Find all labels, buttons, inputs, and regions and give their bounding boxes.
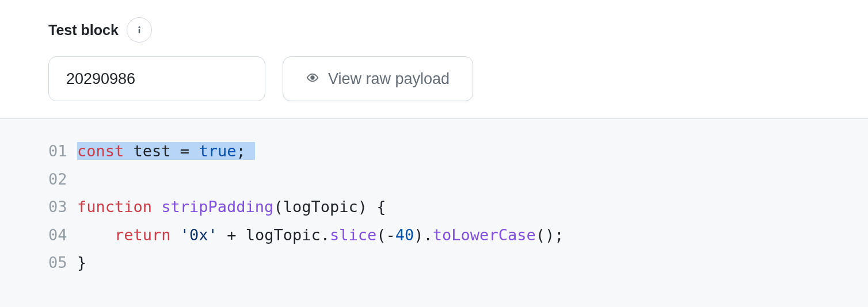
controls-row: View raw payload: [48, 56, 820, 101]
line-number: 02: [48, 166, 77, 194]
code-editor[interactable]: 01const test = true; 0203function stripP…: [0, 118, 868, 307]
code-line[interactable]: 02: [48, 166, 820, 194]
svg-point-0: [138, 26, 140, 28]
block-number-input[interactable]: [48, 56, 265, 101]
header-section: Test block View raw payload: [0, 0, 868, 118]
view-raw-payload-button[interactable]: View raw payload: [283, 56, 473, 101]
info-icon[interactable]: [127, 17, 152, 43]
line-number: 03: [48, 193, 77, 221]
eye-icon: [306, 70, 319, 88]
line-content[interactable]: const test = true;: [77, 137, 820, 166]
code-line[interactable]: 01const test = true;: [48, 137, 820, 166]
line-number: 05: [48, 249, 77, 277]
section-label: Test block: [48, 22, 119, 39]
line-number: 06: [48, 277, 77, 284]
line-content[interactable]: }: [77, 249, 820, 277]
code-line[interactable]: 04 return '0x' + logTopic.slice(-40).toL…: [48, 221, 820, 250]
selection-highlight: const test = true;: [77, 142, 255, 160]
view-raw-label: View raw payload: [328, 70, 450, 88]
line-number: 01: [48, 137, 77, 166]
code-line[interactable]: 06: [48, 277, 820, 284]
svg-rect-1: [139, 29, 140, 33]
line-number: 04: [48, 221, 77, 250]
line-content[interactable]: return '0x' + logTopic.slice(-40).toLowe…: [77, 221, 820, 250]
code-line[interactable]: 03function stripPadding(logTopic) {: [48, 193, 820, 221]
svg-point-2: [311, 76, 314, 79]
line-content[interactable]: function stripPadding(logTopic) {: [77, 193, 820, 221]
label-row: Test block: [48, 17, 820, 43]
code-line[interactable]: 05}: [48, 249, 820, 277]
